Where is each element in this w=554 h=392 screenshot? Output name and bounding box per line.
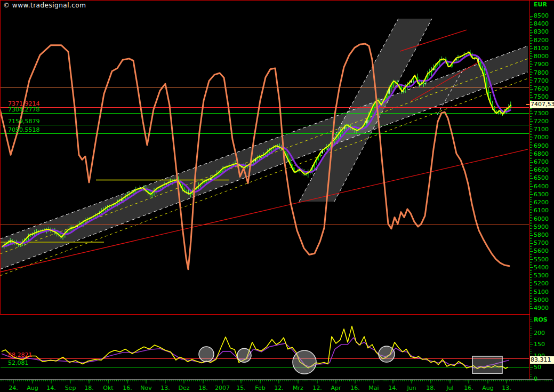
price-tick-label: 5900 bbox=[534, 224, 549, 230]
price-tick-label: 8000 bbox=[534, 53, 549, 60]
date-tick-label: 16. bbox=[464, 385, 473, 391]
date-tick-label: 2007 bbox=[215, 385, 230, 391]
price-tick-label: 7600 bbox=[534, 86, 549, 92]
date-tick-label: Jul bbox=[446, 385, 453, 391]
date-tick-label: Mrz bbox=[293, 385, 303, 391]
price-tick-label: 7800 bbox=[534, 70, 549, 76]
chart-canvas[interactable] bbox=[0, 0, 554, 392]
highlight-circle-annotation[interactable] bbox=[293, 350, 316, 374]
price-tick-label: 6300 bbox=[534, 191, 549, 198]
date-tick-label: Okt bbox=[103, 385, 113, 391]
price-tick-label: 5300 bbox=[534, 273, 549, 279]
date-tick-label: Aug bbox=[27, 385, 38, 391]
price-tick-label: 7000 bbox=[534, 134, 549, 141]
price-tick-label: 5100 bbox=[534, 289, 549, 295]
price-tick-label: 6000 bbox=[534, 216, 549, 222]
axis-divider-line bbox=[529, 0, 530, 380]
price-tick-label: 5200 bbox=[534, 281, 549, 287]
price-tick-label: 8300 bbox=[534, 29, 549, 35]
price-tick-label: 5400 bbox=[534, 265, 549, 271]
price-tick-label: 5000 bbox=[534, 297, 549, 303]
price-axis[interactable] bbox=[530, 16, 533, 308]
price-tick-label: 7300 bbox=[534, 110, 549, 117]
price-tick-label: 5600 bbox=[534, 248, 549, 254]
date-tick-label: Jun bbox=[407, 385, 416, 391]
price-level-label: 7304,2778 bbox=[8, 107, 40, 113]
ros-value-axis[interactable] bbox=[530, 317, 533, 379]
last-price-flag: 7407,53 bbox=[530, 101, 554, 108]
chart-top-border bbox=[0, 0, 554, 1]
date-tick-label: 14. bbox=[388, 385, 398, 391]
date-tick-label: 16. bbox=[350, 385, 360, 391]
price-tick-label: 7200 bbox=[534, 118, 549, 125]
panel-separator-line bbox=[0, 314, 530, 315]
price-tick-label: 6400 bbox=[534, 183, 549, 190]
date-axis[interactable] bbox=[1, 380, 552, 383]
channel-edge-line[interactable] bbox=[0, 72, 528, 269]
date-tick-label: Aug bbox=[482, 385, 493, 391]
date-tick-label: 18. bbox=[84, 385, 94, 391]
date-tick-label: 24. bbox=[9, 385, 18, 391]
ros-signal-line[interactable] bbox=[2, 338, 509, 368]
price-tick-label: 8200 bbox=[534, 37, 549, 44]
price-tick-label: 6100 bbox=[534, 207, 549, 214]
channel-edge-line[interactable] bbox=[0, 46, 528, 239]
price-tick-label: 5500 bbox=[534, 257, 549, 263]
ros-level-label: 88,2821 bbox=[8, 352, 33, 358]
price-level-label: 7159,5879 bbox=[8, 118, 40, 125]
price-tick-label: 8100 bbox=[534, 45, 549, 52]
price-tick-label: 6700 bbox=[534, 159, 549, 165]
price-tick-label: 6900 bbox=[534, 143, 549, 149]
price-tick-label: 7100 bbox=[534, 126, 549, 133]
ros-indicator-panel[interactable] bbox=[1, 326, 529, 374]
ros-value-flag: 83,311 bbox=[530, 356, 554, 364]
price-tick-label: 7700 bbox=[534, 78, 549, 84]
date-tick-label: 14. bbox=[46, 385, 56, 391]
ros-tick-label: 150 bbox=[534, 341, 545, 348]
price-tick-label: 6800 bbox=[534, 151, 549, 157]
ros-tick-label: 50 bbox=[534, 364, 541, 371]
ros-tick-label: 200 bbox=[534, 330, 545, 337]
price-tick-label: 5700 bbox=[534, 240, 549, 246]
date-tick-label: 18. bbox=[198, 385, 208, 391]
price-level-label: 7050,5518 bbox=[8, 127, 40, 133]
ros-tick-label: 0 bbox=[534, 376, 537, 382]
price-tick-label: 8500 bbox=[534, 13, 549, 19]
date-tick-label: 16. bbox=[123, 385, 132, 391]
date-tick-label: Sep bbox=[65, 385, 76, 391]
trading-chart-window: { "watermark": "© www.tradesignal.com", … bbox=[0, 0, 554, 392]
price-tick-label: 4900 bbox=[534, 305, 549, 311]
date-tick-label: Mai bbox=[368, 385, 379, 391]
date-tick-label: Nov bbox=[140, 385, 151, 391]
chart-left-border bbox=[0, 0, 1, 315]
price-tick-label: 6600 bbox=[534, 167, 549, 173]
date-axis-separator bbox=[0, 379, 552, 380]
date-tick-label: 12. bbox=[312, 385, 322, 391]
highlight-circle-annotation[interactable] bbox=[237, 348, 251, 362]
date-tick-label: 12. bbox=[274, 385, 284, 391]
date-tick-label: Apr bbox=[331, 385, 341, 391]
highlight-circle-annotation[interactable] bbox=[199, 347, 214, 362]
channel-midline[interactable] bbox=[0, 78, 528, 276]
price-tick-label: 7900 bbox=[534, 61, 549, 68]
highlight-circle-annotation[interactable] bbox=[379, 346, 395, 362]
price-tick-label: 6200 bbox=[534, 199, 549, 206]
price-tick-label: 5800 bbox=[534, 232, 549, 238]
price-tick-label: 8400 bbox=[534, 21, 549, 27]
date-tick-label: 13. bbox=[160, 385, 170, 391]
price-axis-title: EUR bbox=[534, 1, 547, 8]
last-price-tick bbox=[526, 104, 529, 105]
main-price-panel[interactable] bbox=[0, 19, 529, 276]
date-tick-label: 13. bbox=[502, 385, 511, 391]
date-tick-label: 18. bbox=[426, 385, 436, 391]
ros-axis-title: ROS bbox=[534, 316, 548, 323]
date-tick-label: 15. bbox=[236, 385, 246, 391]
date-tick-label: Feb bbox=[255, 385, 265, 391]
ros-level-label: 52,081 bbox=[8, 360, 29, 366]
highlight-box-annotation[interactable] bbox=[472, 356, 502, 373]
date-tick-label: Dez bbox=[178, 385, 189, 391]
price-tick-label: 6500 bbox=[534, 175, 549, 181]
price-tick-label: 7500 bbox=[534, 94, 549, 100]
